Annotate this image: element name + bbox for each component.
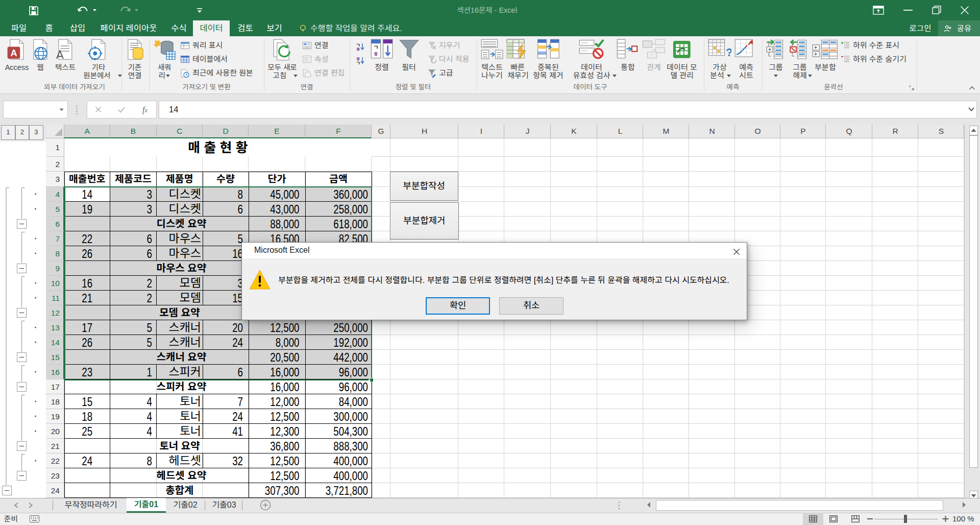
svg-text:ㄱ: ㄱ [356, 59, 360, 65]
svg-text:ㅎ: ㅎ [356, 45, 360, 52]
svg-text:ㅎ: ㅎ [373, 49, 379, 58]
svg-text:?: ? [726, 46, 732, 59]
